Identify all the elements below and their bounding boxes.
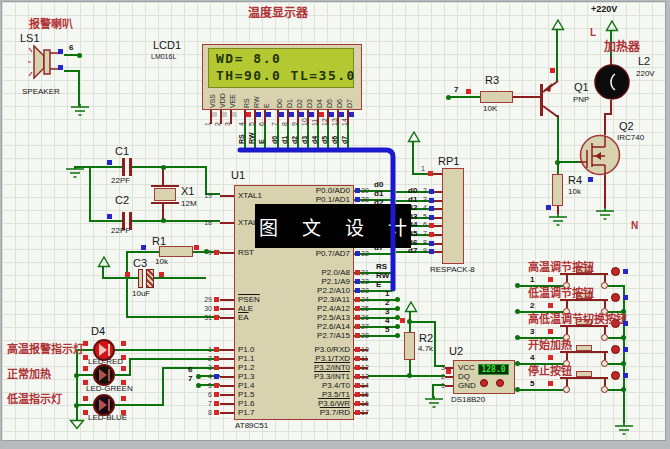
lcd-line2: TH=90.0 TL=35.0 (216, 68, 356, 83)
junction-dot (621, 361, 626, 366)
mcu-pin: P3.2/INT0 12 (352, 363, 392, 372)
mcu-pin: 30 ALE (182, 304, 234, 313)
ground-icon (613, 423, 635, 435)
pin-stub (220, 385, 234, 387)
state-indicator (214, 250, 219, 255)
wire (608, 285, 624, 287)
state-indicator (349, 112, 354, 117)
state-indicator (319, 112, 324, 117)
junction-dot (161, 218, 166, 223)
junction-dot (395, 297, 400, 302)
wire (154, 277, 206, 279)
state-indicator (141, 245, 146, 250)
wire (412, 142, 414, 175)
pin-stub (434, 191, 442, 193)
pin-stub (220, 317, 234, 319)
q2-ref: Q2 (619, 120, 634, 132)
state-indicator (299, 112, 304, 117)
pin-stub (220, 252, 234, 254)
wire (78, 70, 80, 106)
pin-stub (220, 308, 234, 310)
button-cap[interactable] (576, 371, 592, 377)
transistor-q1-icon (536, 72, 572, 128)
state-indicator (339, 112, 344, 117)
x1-ref: X1 (181, 185, 194, 197)
r2-ref: R2 (419, 332, 433, 344)
sensor-increment-button[interactable] (480, 379, 488, 387)
state-indicator (548, 329, 553, 334)
junction-dot (621, 309, 626, 314)
net-label: 7 (454, 86, 458, 95)
pin-stub (220, 358, 234, 360)
button-actuator-icon[interactable] (611, 371, 620, 380)
speaker-cn-label: 报警喇叭 (29, 18, 73, 30)
junction-dot (621, 387, 626, 392)
resistor-r1 (159, 246, 193, 257)
q1-ref: Q1 (574, 81, 589, 93)
r3-value: 10K (483, 105, 497, 114)
state-indicator (214, 315, 219, 320)
junction-dot (196, 383, 201, 388)
state-indicator (58, 65, 63, 70)
pin-stub (434, 200, 442, 202)
state-indicator (550, 68, 555, 73)
c2-value: 22PF (111, 227, 130, 236)
state-indicator (429, 198, 434, 203)
state-indicator (429, 206, 434, 211)
speaker-icon (28, 42, 64, 82)
r3-ref: R3 (485, 74, 499, 86)
pin-stub (434, 173, 442, 175)
state-indicator (222, 112, 227, 117)
state-indicator (194, 245, 199, 250)
state-indicator (355, 306, 360, 311)
wire (409, 321, 436, 323)
junction-dot (621, 335, 626, 340)
wire (623, 285, 625, 423)
button-rows: 高温调节按钮 1 低温调节按钮 2 (510, 264, 650, 404)
button-cap[interactable] (576, 345, 592, 351)
state-indicator (83, 396, 88, 401)
button-lead (566, 379, 568, 386)
junction-dot (74, 373, 79, 378)
button-actuator-icon[interactable] (611, 267, 620, 276)
state-indicator (355, 374, 360, 379)
state-indicator (355, 288, 360, 293)
button-plate (560, 273, 608, 275)
state-indicator (588, 177, 593, 182)
junction-dot (161, 165, 166, 170)
junction-dot (395, 333, 400, 338)
junction-dot (196, 374, 201, 379)
junction-dot (515, 335, 520, 340)
state-indicator (355, 188, 360, 193)
u2-ref: U2 (449, 345, 463, 357)
r1-value: 10k (155, 258, 168, 267)
c1-value: 22PF (111, 177, 130, 186)
pin-stub (220, 403, 234, 405)
c2-ref: C2 (115, 194, 129, 206)
button-lead (604, 353, 606, 360)
junction-dot (407, 319, 412, 324)
net-label: 3 (530, 327, 534, 336)
mcu-pin: P0.0/AD0 39 d0 (352, 186, 392, 195)
button-terminal (601, 360, 608, 367)
state-indicator (548, 277, 553, 282)
state-indicator (214, 374, 219, 379)
state-indicator (355, 270, 360, 275)
state-indicator (214, 297, 219, 302)
mcu-pin: P2.7/A15 28 5 (352, 331, 402, 340)
state-indicator (214, 306, 219, 311)
button-actuator-icon[interactable] (611, 293, 620, 302)
wire (89, 220, 122, 222)
q2-part: IRC740 (617, 134, 644, 143)
c1-ref: C1 (115, 145, 129, 157)
state-indicator (121, 341, 126, 346)
state-indicator (548, 355, 553, 360)
supply-label: +220V (591, 5, 617, 15)
pin-stub (220, 222, 234, 224)
button-actuator-icon[interactable] (611, 345, 620, 354)
mcu-pin: P3.0/RXD 10 (352, 345, 392, 354)
pin-stub (220, 299, 234, 301)
sensor-decrement-button[interactable] (496, 379, 504, 387)
mcu-pin: 7 P1.6 (182, 399, 234, 408)
mosfet-q2-icon (579, 134, 621, 176)
